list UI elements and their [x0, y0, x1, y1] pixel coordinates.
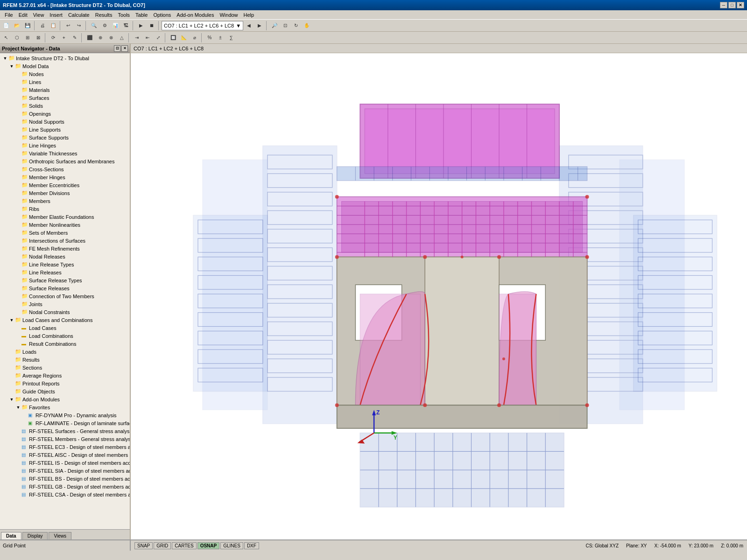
tree-item-modeldata[interactable]: ▼📁Model Data: [0, 62, 130, 70]
tree-item-sets-of-members[interactable]: 📁Sets of Members: [0, 229, 130, 237]
tree-item-result-combinations[interactable]: ▬Result Combinations: [0, 340, 130, 348]
menu-edit[interactable]: Edit: [16, 11, 30, 19]
tree-item-line-hinges[interactable]: 📁Line Hinges: [0, 141, 130, 149]
tree-item-rf-laminate[interactable]: ▣RF-LAMINATE - Design of laminate surfac…: [0, 419, 130, 427]
minimize-button[interactable]: ─: [720, 2, 727, 8]
menu-file[interactable]: File: [2, 11, 16, 19]
tree-item-line-release-types[interactable]: 📁Line Release Types: [0, 260, 130, 268]
tree-item-nodal-constraints[interactable]: 📁Nodal Constraints: [0, 308, 130, 316]
case-dropdown[interactable]: CO7 : LC1 + LC2 + LC6 + LC8 ▼: [162, 21, 243, 30]
tree-item-solids[interactable]: 📁Solids: [0, 102, 130, 110]
menu-view[interactable]: View: [30, 11, 47, 19]
tree-item-member-nonlinear[interactable]: 📁Member Nonlinearities: [0, 221, 130, 229]
tree-item-line-releases[interactable]: 📁Line Releases: [0, 268, 130, 276]
tree-item-intersections[interactable]: 📁Intersections of Surfaces: [0, 237, 130, 245]
tree-item-connection-two[interactable]: 📁Connection of Two Members: [0, 292, 130, 300]
snap-grid[interactable]: GRID: [154, 542, 171, 549]
tree-item-surface-supports[interactable]: 📁Surface Supports: [0, 133, 130, 141]
tb-btn7[interactable]: 📊: [110, 21, 120, 31]
tb-btn9[interactable]: ▶: [136, 21, 146, 31]
tab-display[interactable]: Display: [22, 532, 48, 539]
undo-button[interactable]: ↩: [63, 21, 73, 31]
snap-dxf[interactable]: DXF: [244, 542, 259, 549]
tree-item-rf-steel-surfaces[interactable]: ▤RF-STEEL Surfaces - General stress anal…: [0, 427, 130, 435]
tb2-btn18[interactable]: %: [204, 33, 215, 43]
menu-tools[interactable]: Tools: [115, 11, 133, 19]
tree-item-materials[interactable]: 📁Materials: [0, 86, 130, 94]
new-button[interactable]: 📄: [1, 21, 11, 31]
menu-window[interactable]: Window: [217, 11, 240, 19]
tree-item-load-combinations[interactable]: ▬Load Combinations: [0, 332, 130, 340]
tree-item-openings[interactable]: 📁Openings: [0, 110, 130, 118]
menu-options[interactable]: Options: [150, 11, 174, 19]
tree-item-members[interactable]: 📁Members: [0, 197, 130, 205]
tree-item-fe-mesh[interactable]: 📁FE Mesh Refinements: [0, 245, 130, 252]
snap-snap[interactable]: SNAP: [134, 542, 153, 549]
menu-addon[interactable]: Add-on Modules: [174, 11, 217, 19]
tb2-btn7[interactable]: ✎: [70, 33, 80, 43]
save-button[interactable]: 💾: [22, 21, 33, 31]
tb-btn3[interactable]: 📋: [48, 21, 58, 31]
tree-item-cross-sections[interactable]: 📁Cross-Sections: [0, 165, 130, 173]
pan-button[interactable]: ✋: [302, 21, 312, 31]
tree-item-joints[interactable]: 📁Joints: [0, 300, 130, 308]
tb-btn10[interactable]: ⏹: [147, 21, 157, 31]
tb2-btn17[interactable]: ⌀: [190, 33, 200, 43]
tb2-btn9[interactable]: ⊕: [95, 33, 106, 43]
tree-item-printout-reports[interactable]: 📁Printout Reports: [0, 379, 130, 387]
tb2-btn11[interactable]: △: [117, 33, 127, 43]
tree-item-lines[interactable]: 📁Lines: [0, 78, 130, 86]
tb2-btn12[interactable]: ⇥: [132, 33, 142, 43]
tree-item-member-elastic[interactable]: 📁Member Elastic Foundations: [0, 213, 130, 221]
tree-item-results[interactable]: 📁Results: [0, 356, 130, 364]
tb-btn6[interactable]: ⚙: [99, 21, 110, 31]
print-button[interactable]: 🖨: [37, 21, 48, 31]
tree-item-surface-releases[interactable]: 📁Surface Releases: [0, 284, 130, 292]
tb2-btn1[interactable]: ↖: [1, 33, 11, 43]
tb2-btn5[interactable]: ⟳: [48, 33, 58, 43]
prev-case[interactable]: ◀: [244, 21, 254, 31]
tb2-btn4[interactable]: ⊠: [33, 33, 43, 43]
tree-item-nodes[interactable]: 📁Nodes: [0, 70, 130, 78]
tree-item-ribs[interactable]: 📁Ribs: [0, 205, 130, 213]
next-case[interactable]: ▶: [254, 21, 265, 31]
tb2-btn14[interactable]: ⤢: [153, 33, 163, 43]
tb2-btn19[interactable]: ±: [215, 33, 226, 43]
tree-item-rf-steel-sia[interactable]: ▤RF-STEEL SIA - Design of steel members …: [0, 467, 130, 475]
menu-calculate[interactable]: Calculate: [65, 11, 92, 19]
tree-item-rf-dynam[interactable]: ▣RF-DYNAM Pro - Dynamic analysis: [0, 411, 130, 419]
tree-item-nodal-supports[interactable]: 📁Nodal Supports: [0, 118, 130, 126]
tree-item-surface-release-types[interactable]: 📁Surface Release Types: [0, 276, 130, 284]
tree-item-root[interactable]: ▼📁Intake Structure DT2 - To Dlubal: [0, 54, 130, 62]
tb-btn5[interactable]: 🔍: [89, 21, 99, 31]
redo-button[interactable]: ↪: [74, 21, 84, 31]
tb2-btn8[interactable]: ⬛: [85, 33, 95, 43]
menu-insert[interactable]: Insert: [47, 11, 65, 19]
tree-item-rf-steel-bs[interactable]: ▤RF-STEEL BS - Design of steel members a…: [0, 475, 130, 483]
tree-item-member-hinges[interactable]: 📁Member Hinges: [0, 173, 130, 181]
fit-button[interactable]: ⊡: [280, 21, 290, 31]
tb2-btn20[interactable]: ∑: [226, 33, 236, 43]
tb-btn8[interactable]: 🏗: [121, 21, 131, 31]
menu-table[interactable]: Table: [133, 11, 150, 19]
tb2-btn2[interactable]: ⬡: [12, 33, 22, 43]
tab-views[interactable]: Views: [49, 532, 71, 539]
tab-data[interactable]: Data: [1, 532, 21, 539]
viewport-canvas[interactable]: Z Y: [131, 53, 747, 539]
nav-close-button[interactable]: ✕: [121, 45, 128, 52]
open-button[interactable]: 📂: [12, 21, 22, 31]
snap-glines[interactable]: GLINES: [220, 542, 243, 549]
tree-item-guide-objects[interactable]: 📁Guide Objects: [0, 387, 130, 395]
close-button[interactable]: ✕: [737, 2, 744, 8]
tree-item-member-eccentricities[interactable]: 📁Member Eccentricities: [0, 181, 130, 189]
tree-item-load-cases[interactable]: ▬Load Cases: [0, 324, 130, 332]
tb2-btn16[interactable]: 📐: [179, 33, 189, 43]
zoom-button[interactable]: 🔎: [269, 21, 280, 31]
tb2-btn3[interactable]: ⊞: [22, 33, 33, 43]
snap-osnap[interactable]: OSNAP: [197, 542, 220, 549]
maximize-button[interactable]: □: [728, 2, 736, 8]
tree-item-rf-steel-aisc[interactable]: ▤RF-STEEL AISC - Design of steel members…: [0, 451, 130, 459]
tree-item-variable-thicknesses[interactable]: 📁Variable Thicknesses: [0, 149, 130, 157]
snap-cartes[interactable]: CARTES: [172, 542, 196, 549]
tb2-btn13[interactable]: ⇤: [142, 33, 153, 43]
